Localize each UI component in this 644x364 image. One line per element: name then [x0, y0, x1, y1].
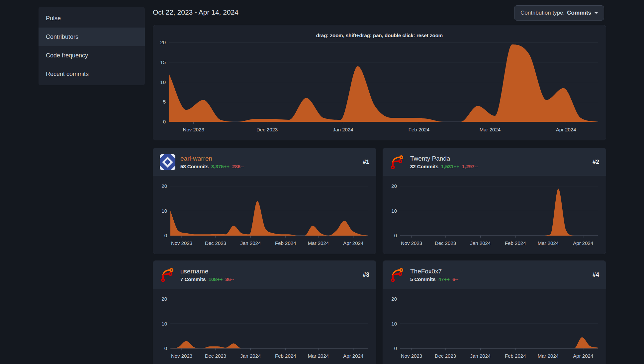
contribution-type-value: Commits [567, 10, 591, 16]
contributor-activity-chart[interactable]: 01020Nov 2023Dec 2023Jan 2024Feb 2024Mar… [153, 289, 376, 364]
svg-text:Mar 2024: Mar 2024 [308, 240, 329, 246]
svg-text:0: 0 [163, 119, 166, 124]
commit-count: 32 Commits [410, 164, 438, 169]
additions-count: 3,375++ [211, 164, 230, 169]
contributor-cards-grid: earl-warren 58 Commits 3,375++ 286-- #1 … [153, 148, 606, 364]
deletions-count: 1,297-- [462, 164, 478, 169]
activity-sidebar: Pulse Contributors Code frequency Recent… [39, 7, 145, 85]
forgejo-logo-avatar [160, 267, 175, 283]
svg-text:Apr 2024: Apr 2024 [573, 240, 593, 246]
svg-text:Jan 2024: Jan 2024 [333, 127, 353, 132]
caret-down-icon [595, 12, 598, 14]
svg-text:Feb 2024: Feb 2024 [505, 353, 526, 359]
svg-text:Mar 2024: Mar 2024 [538, 240, 559, 246]
contributor-card-1: earl-warren 58 Commits 3,375++ 286-- #1 … [153, 148, 376, 254]
contributor-name-link[interactable]: username [180, 268, 234, 275]
contributor-stats: 7 Commits 108++ 36-- [180, 276, 234, 282]
contributor-avatar[interactable] [160, 267, 175, 283]
contributor-name-link[interactable]: TheFox0x7 [410, 268, 458, 275]
svg-text:10: 10 [391, 208, 397, 214]
svg-text:20: 20 [391, 183, 397, 189]
svg-text:0: 0 [164, 345, 167, 351]
svg-text:Dec 2023: Dec 2023 [205, 353, 226, 359]
date-range-title: Oct 22, 2023 - Apr 14, 2024 [153, 8, 238, 16]
svg-text:Nov 2023: Nov 2023 [171, 353, 192, 359]
svg-text:20: 20 [160, 39, 166, 45]
contributor-avatar[interactable] [160, 154, 175, 170]
chart-zoom-hint: drag: zoom, shift+drag: pan, double clic… [153, 33, 606, 38]
contributor-rank: #3 [363, 271, 369, 278]
forgejo-logo-avatar [390, 154, 405, 170]
contributor-rank: #2 [593, 159, 599, 166]
main-content: Oct 22, 2023 - Apr 14, 2024 Contribution… [153, 0, 606, 364]
svg-text:Mar 2024: Mar 2024 [480, 127, 501, 132]
contributor-card-header: username 7 Commits 108++ 36-- #3 [153, 261, 376, 289]
repo-activity-page: Pulse Contributors Code frequency Recent… [0, 0, 644, 364]
contributor-identity: Twenty Panda 32 Commits 1,531++ 1,297-- [410, 155, 478, 169]
contributor-activity-chart[interactable]: 01020Nov 2023Dec 2023Jan 2024Feb 2024Mar… [153, 176, 376, 254]
contributor-identity: username 7 Commits 108++ 36-- [180, 268, 234, 282]
deletions-count: 286-- [232, 164, 244, 169]
svg-text:Feb 2024: Feb 2024 [275, 240, 296, 246]
contributor-activity-chart[interactable]: 01020Nov 2023Dec 2023Jan 2024Feb 2024Mar… [383, 289, 606, 364]
contributor-activity-chart[interactable]: 01020Nov 2023Dec 2023Jan 2024Feb 2024Mar… [383, 176, 606, 254]
commit-count: 5 Commits [410, 276, 436, 282]
contributor-card-2: Twenty Panda 32 Commits 1,531++ 1,297-- … [383, 148, 606, 254]
contributor-avatar[interactable] [390, 267, 405, 283]
sidebar-item-code-frequency[interactable]: Code frequency [39, 46, 145, 65]
svg-text:0: 0 [394, 233, 397, 238]
svg-text:Nov 2023: Nov 2023 [401, 240, 422, 246]
svg-text:10: 10 [161, 321, 167, 327]
sidebar-item-recent-commits[interactable]: Recent commits [39, 65, 145, 83]
svg-text:Jan 2024: Jan 2024 [470, 353, 491, 359]
svg-text:0: 0 [394, 345, 397, 351]
overall-activity-card: drag: zoom, shift+drag: pan, double clic… [153, 25, 606, 140]
svg-text:10: 10 [161, 208, 167, 214]
deletions-count: 36-- [225, 276, 234, 282]
identicon-avatar [160, 154, 175, 170]
svg-text:15: 15 [160, 59, 166, 65]
sidebar-item-pulse[interactable]: Pulse [39, 9, 145, 28]
additions-count: 1,531++ [441, 164, 459, 169]
contribution-type-label: Contribution type: [520, 10, 565, 16]
svg-text:20: 20 [391, 296, 397, 302]
svg-text:0: 0 [164, 233, 167, 238]
svg-text:Dec 2023: Dec 2023 [256, 127, 278, 132]
svg-text:Mar 2024: Mar 2024 [538, 353, 559, 359]
svg-text:Dec 2023: Dec 2023 [435, 353, 456, 359]
svg-text:Apr 2024: Apr 2024 [556, 127, 576, 132]
additions-count: 47++ [438, 276, 450, 282]
contributor-rank: #1 [363, 159, 369, 166]
commit-count: 58 Commits [180, 164, 209, 169]
contributor-avatar[interactable] [390, 154, 405, 170]
svg-text:5: 5 [163, 99, 166, 105]
contributor-card-4: TheFox0x7 5 Commits 47++ 6-- #4 01020Nov… [383, 260, 606, 364]
svg-text:Jan 2024: Jan 2024 [240, 240, 261, 246]
svg-text:Apr 2024: Apr 2024 [343, 353, 363, 359]
svg-text:Dec 2023: Dec 2023 [435, 240, 456, 246]
svg-text:Nov 2023: Nov 2023 [183, 127, 204, 132]
svg-text:Feb 2024: Feb 2024 [275, 353, 296, 359]
contributor-card-header: earl-warren 58 Commits 3,375++ 286-- #1 [153, 148, 376, 176]
overall-activity-chart[interactable]: 05101520Nov 2023Dec 2023Jan 2024Feb 2024… [153, 25, 606, 140]
contributor-identity: earl-warren 58 Commits 3,375++ 286-- [180, 155, 244, 169]
svg-text:20: 20 [161, 183, 167, 189]
contributor-card-header: Twenty Panda 32 Commits 1,531++ 1,297-- … [383, 148, 606, 176]
svg-text:Feb 2024: Feb 2024 [505, 240, 526, 246]
contributor-card-header: TheFox0x7 5 Commits 47++ 6-- #4 [383, 261, 606, 289]
topbar: Oct 22, 2023 - Apr 14, 2024 Contribution… [153, 0, 606, 25]
svg-text:Jan 2024: Jan 2024 [470, 240, 491, 246]
contribution-type-dropdown[interactable]: Contribution type: Commits [514, 5, 604, 21]
svg-text:Nov 2023: Nov 2023 [401, 353, 422, 359]
svg-text:Nov 2023: Nov 2023 [171, 240, 192, 246]
contributor-name-link[interactable]: earl-warren [180, 155, 244, 162]
deletions-count: 6-- [452, 276, 458, 282]
contributor-name-link[interactable]: Twenty Panda [410, 155, 478, 162]
sidebar-item-contributors[interactable]: Contributors [39, 28, 145, 46]
svg-text:Apr 2024: Apr 2024 [343, 240, 363, 246]
contributor-card-3: username 7 Commits 108++ 36-- #3 01020No… [153, 260, 376, 364]
commit-count: 7 Commits [180, 276, 206, 282]
contributor-stats: 58 Commits 3,375++ 286-- [180, 164, 244, 169]
svg-text:Feb 2024: Feb 2024 [409, 127, 429, 132]
svg-text:10: 10 [391, 321, 397, 327]
